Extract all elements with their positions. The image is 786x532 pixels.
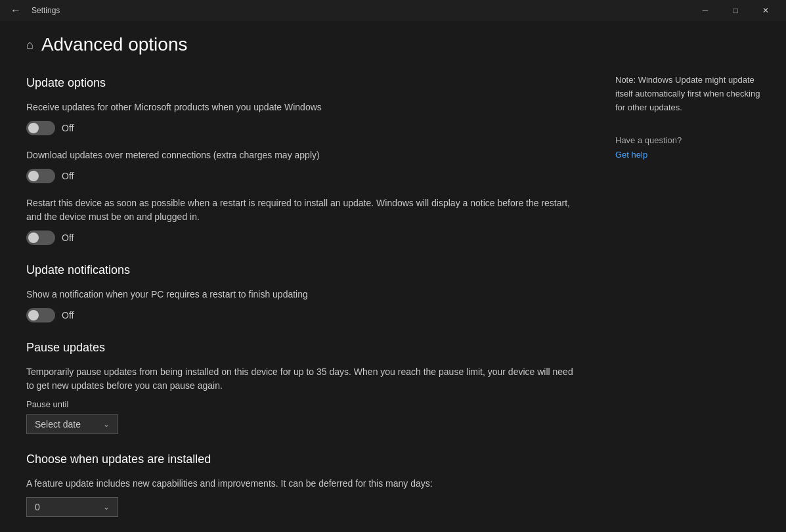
maximize-button[interactable]: □: [720, 0, 751, 21]
toggle-track-2: [26, 169, 55, 183]
choose-when-section: Choose when updates are installed A feat…: [26, 453, 576, 532]
setting-item-3: Restart this device as soon as possible …: [26, 196, 576, 245]
pause-until-label: Pause until: [26, 399, 576, 409]
pause-updates-section: Pause updates Temporarily pause updates …: [26, 341, 576, 434]
choose-when-description: A feature update includes new capabiliti…: [26, 477, 576, 491]
setting-description-3: Restart this device as soon as possible …: [26, 196, 576, 224]
setting-item-1: Receive updates for other Microsoft prod…: [26, 100, 576, 135]
toggle-track-4: [26, 308, 55, 322]
pause-until-dropdown[interactable]: Select date ⌄: [26, 414, 118, 434]
setting-description-1: Receive updates for other Microsoft prod…: [26, 100, 576, 114]
toggle-row-4: Off: [26, 308, 576, 322]
content-area: ⌂ Advanced options Update options Receiv…: [0, 21, 786, 532]
title-bar-left: ← Settings: [5, 2, 60, 19]
back-button[interactable]: ←: [5, 2, 26, 19]
have-question-label: Have a question?: [615, 135, 766, 145]
defer-days-dropdown[interactable]: 0 ⌄: [26, 497, 118, 517]
close-button[interactable]: ✕: [751, 0, 781, 21]
home-icon[interactable]: ⌂: [26, 38, 33, 52]
update-options-section: Update options Receive updates for other…: [26, 76, 576, 245]
pause-until-dropdown-arrow: ⌄: [103, 420, 110, 429]
toggle-thumb-1: [28, 123, 39, 133]
close-icon: ✕: [762, 6, 769, 15]
window-controls: ─ □ ✕: [690, 0, 781, 21]
toggle-1[interactable]: [26, 121, 55, 135]
toggle-row-3: Off: [26, 231, 576, 245]
pause-until-dropdown-label: Select date: [35, 419, 81, 430]
setting-item-2: Download updates over metered connection…: [26, 148, 576, 183]
setting-description-2: Download updates over metered connection…: [26, 148, 576, 162]
minimize-icon: ─: [703, 6, 709, 15]
pause-updates-description: Temporarily pause updates from being ins…: [26, 365, 576, 393]
note-text: Note: Windows Update might update itself…: [615, 74, 766, 114]
toggle-label-2: Off: [62, 171, 74, 181]
toggle-2[interactable]: [26, 169, 55, 183]
maximize-icon: □: [733, 6, 737, 15]
toggle-track-1: [26, 121, 55, 135]
update-options-heading: Update options: [26, 76, 576, 90]
defer-days-dropdown-label: 0: [35, 502, 40, 512]
page-header: ⌂ Advanced options: [26, 21, 576, 71]
get-help-link[interactable]: Get help: [615, 150, 647, 160]
toggle-thumb-4: [28, 310, 39, 321]
update-notifications-heading: Update notifications: [26, 263, 576, 277]
toggle-4[interactable]: [26, 308, 55, 322]
toggle-label-4: Off: [62, 310, 74, 321]
page-title: Advanced options: [41, 34, 188, 55]
main-content: ⌂ Advanced options Update options Receiv…: [0, 21, 602, 532]
title-bar: ← Settings ─ □ ✕: [0, 0, 786, 21]
toggle-track-3: [26, 231, 55, 245]
update-notifications-section: Update notifications Show a notification…: [26, 263, 576, 322]
setting-description-4: Show a notification when your PC require…: [26, 288, 576, 301]
setting-item-4: Show a notification when your PC require…: [26, 288, 576, 322]
toggle-thumb-2: [28, 171, 39, 181]
pause-updates-heading: Pause updates: [26, 341, 576, 355]
toggle-3[interactable]: [26, 231, 55, 245]
right-panel: Note: Windows Update might update itself…: [602, 21, 786, 532]
toggle-label-3: Off: [62, 233, 74, 243]
choose-when-heading: Choose when updates are installed: [26, 453, 576, 466]
toggle-row-1: Off: [26, 121, 576, 135]
minimize-button[interactable]: ─: [690, 0, 720, 21]
toggle-label-1: Off: [62, 123, 74, 133]
toggle-row-2: Off: [26, 169, 576, 183]
app-title: Settings: [32, 6, 60, 15]
back-icon: ←: [11, 5, 21, 16]
toggle-thumb-3: [28, 233, 39, 243]
defer-days-dropdown-arrow: ⌄: [103, 502, 110, 512]
